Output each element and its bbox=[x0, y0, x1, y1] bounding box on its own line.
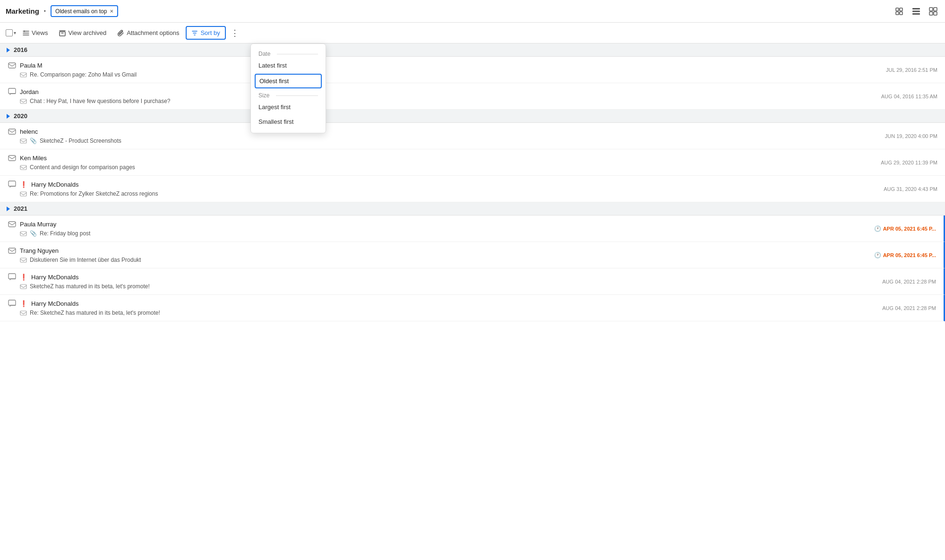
svg-rect-29 bbox=[9, 300, 16, 305]
svg-rect-14 bbox=[20, 73, 26, 77]
svg-rect-4 bbox=[912, 8, 920, 9]
list-view-btn[interactable] bbox=[910, 5, 922, 17]
email-content: helenc 📎 SketcheZ - Product Screenshots bbox=[0, 123, 841, 149]
email-sender: helenc bbox=[20, 128, 38, 135]
attachment-icon: 📎 bbox=[30, 138, 37, 144]
email-row[interactable]: Paula Murray 📎 Re: Friday blog post 🕐APR… bbox=[0, 215, 945, 242]
email-subject-row: Content and design for comparison pages bbox=[8, 164, 835, 171]
archive-icon bbox=[59, 30, 66, 36]
email-subject: SketcheZ - Product Screenshots bbox=[40, 138, 121, 144]
svg-rect-27 bbox=[9, 274, 16, 279]
email-sender-row: Ken Miles bbox=[8, 154, 835, 163]
compact-view-btn[interactable] bbox=[893, 5, 905, 17]
thread-icon bbox=[20, 310, 27, 317]
email-content: ❗ Harry McDonalds Re: SketcheZ has matur… bbox=[0, 295, 840, 321]
sort-by-button[interactable]: Sort by bbox=[186, 26, 225, 40]
thread-icon bbox=[20, 98, 27, 105]
email-subject-row: Re. Comparison page: Zoho Mail vs Gmail bbox=[8, 71, 835, 78]
email-type-icon bbox=[8, 128, 16, 136]
svg-rect-25 bbox=[9, 248, 16, 253]
svg-rect-24 bbox=[20, 232, 26, 236]
svg-rect-3 bbox=[900, 12, 902, 15]
filter-chip-label: Oldest emails on top bbox=[55, 8, 107, 15]
thread-icon bbox=[20, 257, 27, 264]
more-icon: ⋮ bbox=[231, 28, 239, 38]
email-subject: SketcheZ has matured in its beta, let's … bbox=[30, 283, 150, 290]
attachment-options-label: Attachment options bbox=[127, 29, 179, 36]
email-sender: Paula M bbox=[20, 62, 43, 69]
size-section-label: Size bbox=[251, 89, 326, 100]
sort-latest-first[interactable]: Latest first bbox=[251, 58, 326, 73]
view-archived-button[interactable]: View archived bbox=[54, 27, 111, 39]
toolbar: ▾ Views View archived Attachment options… bbox=[0, 23, 945, 43]
email-right: AUG 04, 2021 2:28 PM bbox=[840, 295, 944, 321]
clock-icon: 🕐 bbox=[874, 225, 881, 232]
svg-rect-2 bbox=[896, 12, 899, 15]
svg-rect-22 bbox=[20, 192, 26, 196]
grid-view-btn[interactable] bbox=[927, 5, 939, 17]
year-label: 2021 bbox=[14, 205, 27, 212]
select-all-checkbox[interactable] bbox=[6, 29, 13, 36]
email-type-icon bbox=[8, 154, 16, 163]
svg-rect-23 bbox=[9, 222, 16, 227]
svg-rect-10 bbox=[934, 12, 937, 15]
svg-rect-8 bbox=[934, 8, 937, 11]
email-subject: Re: SketcheZ has matured in its beta, le… bbox=[30, 310, 160, 316]
list-view-icon bbox=[912, 7, 920, 16]
svg-rect-16 bbox=[20, 99, 26, 103]
email-date: 🕐APR 05, 2021 6:45 P... bbox=[874, 225, 936, 232]
top-bar: Marketing • Oldest emails on top × bbox=[0, 0, 945, 23]
email-row[interactable]: Trang Nguyen Diskutieren Sie im Internet… bbox=[0, 242, 945, 268]
sort-smallest-first[interactable]: Smallest first bbox=[251, 114, 326, 129]
sort-largest-first[interactable]: Largest first bbox=[251, 100, 326, 114]
views-button[interactable]: Views bbox=[18, 27, 52, 39]
email-sender: Trang Nguyen bbox=[20, 247, 59, 254]
year-label: 2016 bbox=[14, 46, 27, 53]
email-type-icon bbox=[8, 273, 16, 282]
dot-separator: • bbox=[44, 8, 46, 15]
email-subject: Chat : Hey Pat, I have few questions bef… bbox=[30, 98, 171, 104]
select-chevron[interactable]: ▾ bbox=[14, 30, 16, 35]
email-type-icon bbox=[8, 247, 16, 255]
email-type-icon bbox=[8, 300, 16, 308]
email-date: 🕐APR 05, 2021 6:45 P... bbox=[874, 252, 936, 258]
email-date: JUN 19, 2020 4:00 PM bbox=[885, 133, 937, 139]
email-row[interactable]: Paula M Re. Comparison page: Zoho Mail v… bbox=[0, 57, 945, 83]
urgent-icon: ❗ bbox=[20, 300, 27, 307]
svg-rect-18 bbox=[20, 139, 26, 143]
svg-rect-30 bbox=[20, 311, 26, 315]
email-sender-row: ❗ Harry McDonalds bbox=[8, 181, 835, 189]
svg-rect-15 bbox=[9, 88, 16, 94]
email-subject-row: Diskutieren Sie im Internet über das Pro… bbox=[8, 257, 834, 264]
email-row[interactable]: ❗ Harry McDonalds SketcheZ has matured i… bbox=[0, 268, 945, 295]
sort-icon bbox=[191, 30, 198, 36]
filter-chip-close[interactable]: × bbox=[110, 8, 113, 15]
email-type-icon bbox=[8, 181, 16, 189]
email-row[interactable]: ❗ Harry McDonalds Re: SketcheZ has matur… bbox=[0, 295, 945, 321]
year-label: 2020 bbox=[14, 112, 27, 120]
filter-chip[interactable]: Oldest emails on top × bbox=[51, 5, 118, 17]
email-row[interactable]: helenc 📎 SketcheZ - Product Screenshots … bbox=[0, 123, 945, 149]
more-options-button[interactable]: ⋮ bbox=[228, 27, 242, 39]
sort-oldest-first[interactable]: Oldest first bbox=[255, 74, 322, 88]
grid-view-icon bbox=[929, 7, 937, 16]
email-sender-row: helenc bbox=[8, 128, 835, 136]
email-subject: Diskutieren Sie im Internet über das Pro… bbox=[30, 257, 141, 263]
email-content: ❗ Harry McDonalds SketcheZ has matured i… bbox=[0, 268, 840, 294]
email-date: AUG 31, 2020 4:43 PM bbox=[884, 186, 937, 192]
select-all-wrap[interactable]: ▾ bbox=[6, 29, 16, 36]
email-row[interactable]: ❗ Harry McDonalds Re: Promotions for Zyl… bbox=[0, 176, 945, 202]
email-right: 🕐APR 05, 2021 6:45 P... bbox=[840, 242, 944, 268]
email-date: AUG 04, 2021 2:28 PM bbox=[882, 305, 936, 311]
email-sender-row: Jordan bbox=[8, 88, 835, 96]
urgent-icon: ❗ bbox=[20, 274, 27, 281]
sort-by-label: Sort by bbox=[200, 29, 220, 36]
email-row[interactable]: Ken Miles Content and design for compari… bbox=[0, 149, 945, 176]
email-row[interactable]: Jordan Chat : Hey Pat, I have few questi… bbox=[0, 83, 945, 110]
svg-rect-17 bbox=[9, 129, 16, 134]
svg-rect-12 bbox=[60, 32, 65, 36]
compact-view-icon bbox=[895, 7, 903, 16]
attachment-icon bbox=[118, 30, 124, 36]
attachment-options-button[interactable]: Attachment options bbox=[113, 27, 184, 39]
email-sender-row: Paula M bbox=[8, 61, 835, 70]
